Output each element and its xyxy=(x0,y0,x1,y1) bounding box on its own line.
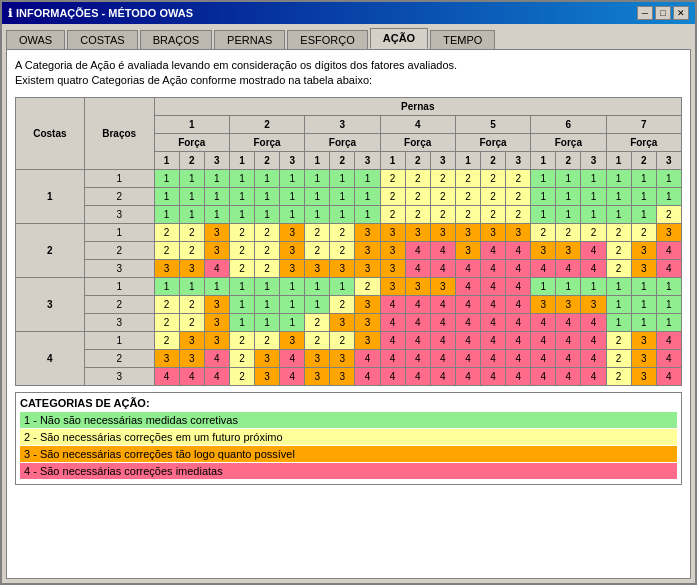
cell-r1-p2-f0: 1 xyxy=(305,187,330,205)
cell-r5-p5-f1: 4 xyxy=(556,259,581,277)
cell-r8-p3-f2: 4 xyxy=(430,313,455,331)
f5-1: 1 xyxy=(455,151,480,169)
action-table: Costas Braços Pernas 1 2 3 4 5 6 7 F xyxy=(15,97,682,386)
cell-r3-p0-f2: 3 xyxy=(204,223,229,241)
tab-acao[interactable]: AÇÃO xyxy=(370,28,428,49)
cell-r7-p0-f2: 3 xyxy=(204,295,229,313)
cell-r3-p3-f0: 3 xyxy=(380,223,405,241)
cell-r1-p1-f2: 1 xyxy=(280,187,305,205)
bracos-val: 2 xyxy=(84,295,154,313)
cell-r6-p1-f1: 1 xyxy=(255,277,280,295)
cell-r4-p2-f1: 2 xyxy=(330,241,355,259)
cell-r7-p6-f1: 1 xyxy=(631,295,656,313)
cell-r9-p4-f2: 4 xyxy=(506,331,531,349)
cell-r5-p3-f0: 3 xyxy=(380,259,405,277)
cell-r6-p3-f2: 3 xyxy=(430,277,455,295)
tab-pernas[interactable]: PERNAS xyxy=(214,30,285,49)
cell-r6-p0-f0: 1 xyxy=(154,277,179,295)
cell-r1-p2-f1: 1 xyxy=(330,187,355,205)
cell-r7-p0-f0: 2 xyxy=(154,295,179,313)
cell-r9-p4-f0: 4 xyxy=(455,331,480,349)
cell-r1-p5-f1: 1 xyxy=(556,187,581,205)
cell-r7-p6-f2: 1 xyxy=(656,295,681,313)
cell-r1-p0-f0: 1 xyxy=(154,187,179,205)
costas-2: 2 xyxy=(16,223,85,277)
f1-3: 3 xyxy=(204,151,229,169)
cell-r11-p6-f1: 3 xyxy=(631,367,656,385)
cell-r10-p4-f2: 4 xyxy=(506,349,531,367)
cell-r8-p5-f2: 4 xyxy=(581,313,606,331)
cell-r1-p3-f0: 2 xyxy=(380,187,405,205)
bracos-val: 2 xyxy=(84,241,154,259)
forca-5: Força xyxy=(455,133,530,151)
cell-r9-p1-f1: 2 xyxy=(255,331,280,349)
cell-r11-p1-f0: 2 xyxy=(229,367,254,385)
cell-r4-p3-f1: 4 xyxy=(405,241,430,259)
cell-r5-p2-f2: 3 xyxy=(355,259,380,277)
cell-r5-p3-f1: 4 xyxy=(405,259,430,277)
cell-r7-p3-f1: 4 xyxy=(405,295,430,313)
cell-r4-p1-f2: 3 xyxy=(280,241,305,259)
cell-r3-p1-f2: 3 xyxy=(280,223,305,241)
tab-esforco[interactable]: ESFORÇO xyxy=(287,30,367,49)
minimize-button[interactable]: ─ xyxy=(637,6,653,20)
title-icon: ℹ xyxy=(8,7,12,20)
cell-r3-p0-f1: 2 xyxy=(179,223,204,241)
perna-5-header: 5 xyxy=(455,115,530,133)
cell-r6-p0-f2: 1 xyxy=(204,277,229,295)
f5-3: 3 xyxy=(506,151,531,169)
cell-r0-p6-f2: 1 xyxy=(656,169,681,187)
cell-r0-p5-f2: 1 xyxy=(581,169,606,187)
cell-r7-p5-f2: 3 xyxy=(581,295,606,313)
cell-r5-p4-f2: 4 xyxy=(506,259,531,277)
cell-r0-p2-f1: 1 xyxy=(330,169,355,187)
cell-r2-p0-f1: 1 xyxy=(179,205,204,223)
bracos-val: 1 xyxy=(84,169,154,187)
cell-r0-p1-f2: 1 xyxy=(280,169,305,187)
cell-r9-p3-f1: 4 xyxy=(405,331,430,349)
cell-r11-p4-f1: 4 xyxy=(481,367,506,385)
maximize-button[interactable]: □ xyxy=(655,6,671,20)
tab-tempo[interactable]: TEMPO xyxy=(430,30,495,49)
cell-r0-p5-f0: 1 xyxy=(531,169,556,187)
tab-costas[interactable]: COSTAS xyxy=(67,30,137,49)
cell-r6-p0-f1: 1 xyxy=(179,277,204,295)
cell-r1-p5-f2: 1 xyxy=(581,187,606,205)
cell-r2-p6-f1: 1 xyxy=(631,205,656,223)
legend: CATEGORIAS DE AÇÃO: 1 - Não são necessár… xyxy=(15,392,682,485)
cell-r6-p2-f2: 2 xyxy=(355,277,380,295)
cell-r1-p4-f1: 2 xyxy=(481,187,506,205)
cell-r6-p6-f0: 1 xyxy=(606,277,631,295)
cell-r10-p6-f1: 3 xyxy=(631,349,656,367)
perna-3-header: 3 xyxy=(305,115,380,133)
title-bar-text: ℹ INFORMAÇÕES - MÉTODO OWAS xyxy=(8,7,193,20)
f5-2: 2 xyxy=(481,151,506,169)
tab-bracos[interactable]: BRAÇOS xyxy=(140,30,212,49)
close-button[interactable]: ✕ xyxy=(673,6,689,20)
cell-r1-p2-f2: 1 xyxy=(355,187,380,205)
cell-r4-p2-f2: 3 xyxy=(355,241,380,259)
cell-r7-p6-f0: 1 xyxy=(606,295,631,313)
cell-r5-p0-f0: 3 xyxy=(154,259,179,277)
desc-line2: Existem quatro Categorias de Ação confor… xyxy=(15,73,682,88)
forca-4: Força xyxy=(380,133,455,151)
cell-r8-p4-f2: 4 xyxy=(506,313,531,331)
cell-r11-p6-f0: 2 xyxy=(606,367,631,385)
tab-owas[interactable]: OWAS xyxy=(6,30,65,49)
cell-r9-p0-f1: 3 xyxy=(179,331,204,349)
cell-r10-p4-f1: 4 xyxy=(481,349,506,367)
cell-r10-p0-f0: 3 xyxy=(154,349,179,367)
f2-1: 1 xyxy=(229,151,254,169)
cell-r6-p4-f2: 4 xyxy=(506,277,531,295)
cell-r10-p2-f0: 3 xyxy=(305,349,330,367)
cell-r2-p1-f2: 1 xyxy=(280,205,305,223)
cell-r2-p2-f2: 1 xyxy=(355,205,380,223)
cell-r5-p5-f0: 4 xyxy=(531,259,556,277)
cell-r9-p1-f2: 3 xyxy=(280,331,305,349)
cell-r0-p2-f2: 1 xyxy=(355,169,380,187)
f1-2: 2 xyxy=(179,151,204,169)
cell-r7-p1-f0: 1 xyxy=(229,295,254,313)
cell-r4-p1-f1: 2 xyxy=(255,241,280,259)
cell-r6-p2-f1: 1 xyxy=(330,277,355,295)
cell-r1-p4-f2: 2 xyxy=(506,187,531,205)
